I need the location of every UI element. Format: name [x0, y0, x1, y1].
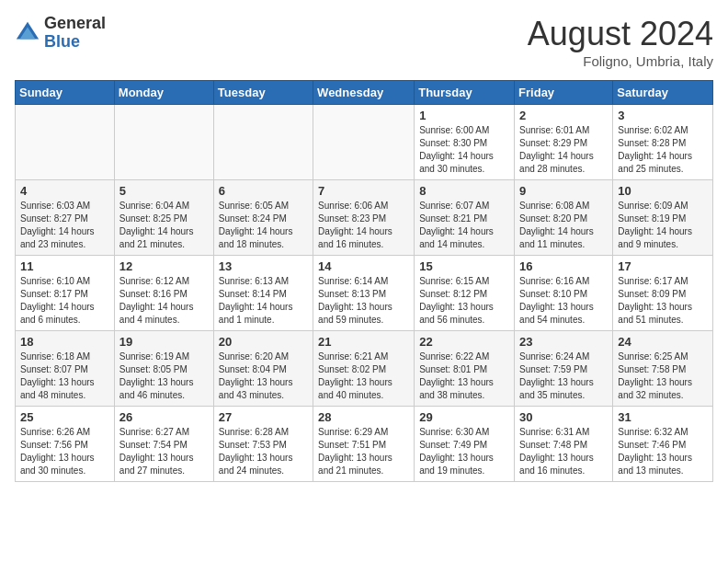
calendar-day-cell: 6Sunrise: 6:05 AM Sunset: 8:24 PM Daylig…	[213, 180, 313, 256]
logo-general: General	[44, 15, 106, 33]
day-number: 2	[519, 109, 608, 122]
day-info: Sunrise: 6:18 AM Sunset: 8:07 PM Dayligh…	[20, 350, 109, 402]
day-number: 20	[219, 335, 308, 349]
day-number: 8	[419, 184, 509, 198]
calendar-week-row: 18Sunrise: 6:18 AM Sunset: 8:07 PM Dayli…	[16, 331, 713, 407]
day-info: Sunrise: 6:25 AM Sunset: 7:58 PM Dayligh…	[618, 350, 708, 402]
day-number: 22	[419, 335, 509, 349]
calendar-day-cell: 3Sunrise: 6:02 AM Sunset: 8:28 PM Daylig…	[613, 105, 713, 180]
weekday-header: Tuesday	[213, 81, 313, 105]
weekday-header: Friday	[515, 81, 613, 105]
day-info: Sunrise: 6:09 AM Sunset: 8:19 PM Dayligh…	[618, 200, 708, 251]
calendar-day-cell: 15Sunrise: 6:15 AM Sunset: 8:12 PM Dayli…	[415, 256, 515, 331]
calendar-week-row: 25Sunrise: 6:26 AM Sunset: 7:56 PM Dayli…	[16, 407, 713, 482]
calendar-day-cell	[213, 105, 313, 180]
day-number: 27	[219, 410, 308, 424]
day-info: Sunrise: 6:05 AM Sunset: 8:24 PM Dayligh…	[219, 200, 308, 251]
day-info: Sunrise: 6:28 AM Sunset: 7:53 PM Dayligh…	[219, 426, 308, 477]
calendar-week-row: 11Sunrise: 6:10 AM Sunset: 8:17 PM Dayli…	[16, 256, 713, 331]
day-info: Sunrise: 6:26 AM Sunset: 7:56 PM Dayligh…	[20, 426, 109, 477]
title-block: August 2024 Foligno, Umbria, Italy	[528, 15, 713, 69]
day-number: 21	[318, 335, 409, 349]
calendar-day-cell: 23Sunrise: 6:24 AM Sunset: 7:59 PM Dayli…	[515, 331, 613, 407]
calendar-day-cell: 22Sunrise: 6:22 AM Sunset: 8:01 PM Dayli…	[415, 331, 515, 407]
calendar-day-cell	[16, 105, 115, 180]
day-info: Sunrise: 6:02 AM Sunset: 8:28 PM Dayligh…	[618, 124, 708, 176]
calendar-week-row: 4Sunrise: 6:03 AM Sunset: 8:27 PM Daylig…	[16, 180, 713, 256]
day-info: Sunrise: 6:19 AM Sunset: 8:05 PM Dayligh…	[119, 350, 209, 402]
day-info: Sunrise: 6:32 AM Sunset: 7:46 PM Dayligh…	[618, 426, 708, 477]
logo: General Blue	[15, 15, 106, 52]
day-number: 30	[519, 410, 608, 424]
day-number: 4	[20, 184, 109, 198]
calendar-day-cell: 5Sunrise: 6:04 AM Sunset: 8:25 PM Daylig…	[114, 180, 213, 256]
calendar-day-cell: 31Sunrise: 6:32 AM Sunset: 7:46 PM Dayli…	[613, 407, 713, 482]
day-info: Sunrise: 6:06 AM Sunset: 8:23 PM Dayligh…	[318, 200, 409, 251]
day-number: 16	[519, 259, 608, 273]
day-number: 15	[419, 259, 509, 273]
day-info: Sunrise: 6:00 AM Sunset: 8:30 PM Dayligh…	[419, 124, 509, 176]
day-info: Sunrise: 6:07 AM Sunset: 8:21 PM Dayligh…	[419, 200, 509, 251]
day-info: Sunrise: 6:15 AM Sunset: 8:12 PM Dayligh…	[419, 275, 509, 327]
page-header: General Blue August 2024 Foligno, Umbria…	[15, 15, 713, 69]
calendar-day-cell: 28Sunrise: 6:29 AM Sunset: 7:51 PM Dayli…	[313, 407, 415, 482]
day-number: 13	[219, 259, 308, 273]
day-number: 19	[119, 335, 209, 349]
weekday-header: Monday	[114, 81, 213, 105]
calendar-table: SundayMondayTuesdayWednesdayThursdayFrid…	[15, 80, 713, 482]
calendar-day-cell	[313, 105, 415, 180]
calendar-day-cell: 8Sunrise: 6:07 AM Sunset: 8:21 PM Daylig…	[415, 180, 515, 256]
day-info: Sunrise: 6:17 AM Sunset: 8:09 PM Dayligh…	[618, 275, 708, 327]
day-number: 14	[318, 259, 409, 273]
day-info: Sunrise: 6:13 AM Sunset: 8:14 PM Dayligh…	[219, 275, 308, 327]
calendar-day-cell: 27Sunrise: 6:28 AM Sunset: 7:53 PM Dayli…	[213, 407, 313, 482]
day-number: 28	[318, 410, 409, 424]
calendar-day-cell: 26Sunrise: 6:27 AM Sunset: 7:54 PM Dayli…	[114, 407, 213, 482]
day-info: Sunrise: 6:10 AM Sunset: 8:17 PM Dayligh…	[20, 275, 109, 327]
weekday-header: Wednesday	[313, 81, 415, 105]
day-info: Sunrise: 6:20 AM Sunset: 8:04 PM Dayligh…	[219, 350, 308, 402]
day-info: Sunrise: 6:22 AM Sunset: 8:01 PM Dayligh…	[419, 350, 509, 402]
calendar-day-cell: 12Sunrise: 6:12 AM Sunset: 8:16 PM Dayli…	[114, 256, 213, 331]
calendar-day-cell: 30Sunrise: 6:31 AM Sunset: 7:48 PM Dayli…	[515, 407, 613, 482]
day-info: Sunrise: 6:14 AM Sunset: 8:13 PM Dayligh…	[318, 275, 409, 327]
day-number: 9	[519, 184, 608, 198]
day-info: Sunrise: 6:21 AM Sunset: 8:02 PM Dayligh…	[318, 350, 409, 402]
day-number: 7	[318, 184, 409, 198]
day-number: 17	[618, 259, 708, 273]
day-number: 11	[20, 259, 109, 273]
calendar-day-cell: 10Sunrise: 6:09 AM Sunset: 8:19 PM Dayli…	[613, 180, 713, 256]
day-number: 1	[419, 109, 509, 122]
day-info: Sunrise: 6:30 AM Sunset: 7:49 PM Dayligh…	[419, 426, 509, 477]
day-number: 10	[618, 184, 708, 198]
calendar-day-cell: 4Sunrise: 6:03 AM Sunset: 8:27 PM Daylig…	[16, 180, 115, 256]
day-info: Sunrise: 6:08 AM Sunset: 8:20 PM Dayligh…	[519, 200, 608, 251]
calendar-day-cell: 24Sunrise: 6:25 AM Sunset: 7:58 PM Dayli…	[613, 331, 713, 407]
weekday-header: Thursday	[415, 81, 515, 105]
day-info: Sunrise: 6:03 AM Sunset: 8:27 PM Dayligh…	[20, 200, 109, 251]
weekday-header: Sunday	[16, 81, 115, 105]
day-number: 3	[618, 109, 708, 122]
day-number: 29	[419, 410, 509, 424]
weekday-header: Saturday	[613, 81, 713, 105]
day-info: Sunrise: 6:12 AM Sunset: 8:16 PM Dayligh…	[119, 275, 209, 327]
calendar-day-cell: 7Sunrise: 6:06 AM Sunset: 8:23 PM Daylig…	[313, 180, 415, 256]
calendar-day-cell: 29Sunrise: 6:30 AM Sunset: 7:49 PM Dayli…	[415, 407, 515, 482]
calendar-day-cell: 1Sunrise: 6:00 AM Sunset: 8:30 PM Daylig…	[415, 105, 515, 180]
day-number: 12	[119, 259, 209, 273]
day-info: Sunrise: 6:16 AM Sunset: 8:10 PM Dayligh…	[519, 275, 608, 327]
calendar-day-cell: 18Sunrise: 6:18 AM Sunset: 8:07 PM Dayli…	[16, 331, 115, 407]
calendar-day-cell: 21Sunrise: 6:21 AM Sunset: 8:02 PM Dayli…	[313, 331, 415, 407]
calendar-day-cell: 17Sunrise: 6:17 AM Sunset: 8:09 PM Dayli…	[613, 256, 713, 331]
calendar-day-cell	[114, 105, 213, 180]
day-info: Sunrise: 6:27 AM Sunset: 7:54 PM Dayligh…	[119, 426, 209, 477]
logo-text: General Blue	[44, 15, 106, 52]
day-number: 24	[618, 335, 708, 349]
day-number: 5	[119, 184, 209, 198]
calendar-day-cell: 2Sunrise: 6:01 AM Sunset: 8:29 PM Daylig…	[515, 105, 613, 180]
calendar-day-cell: 9Sunrise: 6:08 AM Sunset: 8:20 PM Daylig…	[515, 180, 613, 256]
logo-icon	[15, 20, 40, 46]
day-number: 18	[20, 335, 109, 349]
calendar-day-cell: 16Sunrise: 6:16 AM Sunset: 8:10 PM Dayli…	[515, 256, 613, 331]
calendar-day-cell: 11Sunrise: 6:10 AM Sunset: 8:17 PM Dayli…	[16, 256, 115, 331]
